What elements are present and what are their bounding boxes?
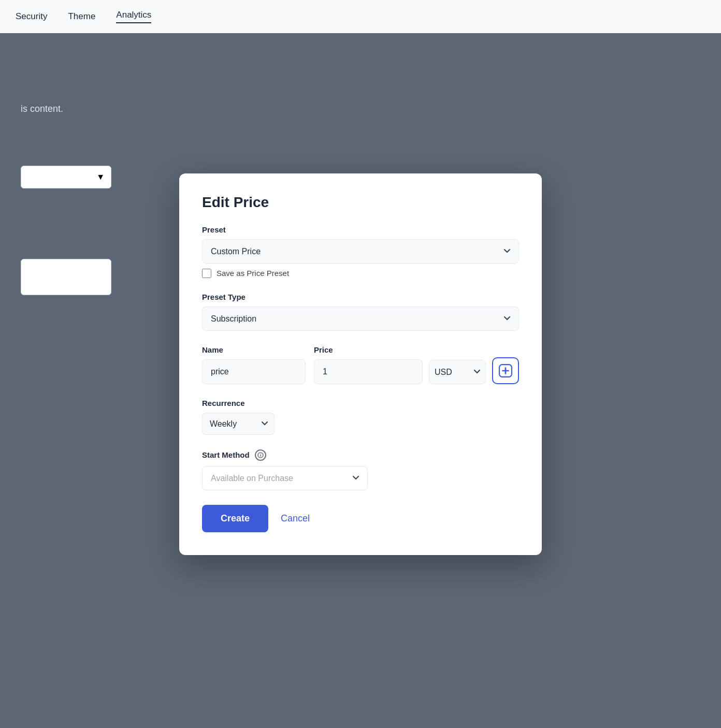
name-input[interactable] [202,359,306,384]
save-as-preset-row: Save as Price Preset [202,269,519,278]
cancel-button[interactable]: Cancel [281,513,310,524]
create-button[interactable]: Create [202,505,268,532]
preset-group: Preset Custom PriceStandard PriceSale Pr… [202,225,519,278]
name-label: Name [202,345,306,354]
currency-select-wrap: currency USDEURGBPCAD [429,346,486,384]
start-method-info-icon[interactable] [255,449,266,461]
save-as-preset-label: Save as Price Preset [217,269,289,278]
edit-price-modal: Edit Price Preset Custom PriceStandard P… [179,173,542,555]
info-svg [257,452,264,458]
name-price-row: Name Price currency USDEURGBPCAD [202,345,519,384]
start-method-label: Start Method [202,450,250,459]
modal-backdrop: Edit Price Preset Custom PriceStandard P… [0,0,721,728]
recurrence-group: Recurrence WeeklyMonthlyYearlyDaily [202,399,519,435]
preset-select[interactable]: Custom PriceStandard PriceSale Price [202,239,519,264]
start-method-label-row: Start Method [202,449,519,461]
preset-type-label: Preset Type [202,293,519,301]
name-group: Name [202,345,306,384]
price-input-wrap: Price [314,345,423,384]
currency-select[interactable]: USDEURGBPCAD [429,360,486,384]
price-input[interactable] [314,359,423,384]
start-method-group: Start Method Available on PurchaseSchedu… [202,449,519,490]
modal-title: Edit Price [202,194,519,211]
preset-label: Preset [202,225,519,234]
recurrence-label: Recurrence [202,399,519,407]
plus-icon [499,364,512,377]
recurrence-select[interactable]: WeeklyMonthlyYearlyDaily [202,413,275,435]
preset-type-select[interactable]: SubscriptionOne-timeFree [202,307,519,331]
preset-type-group: Preset Type SubscriptionOne-timeFree [202,293,519,331]
button-row: Create Cancel [202,505,519,532]
price-group: Price currency USDEURGBPCAD [314,345,519,384]
start-method-select[interactable]: Available on PurchaseScheduledManual [202,466,368,490]
add-price-button[interactable] [492,357,519,384]
save-as-preset-checkbox[interactable] [202,269,211,278]
price-label: Price [314,345,423,354]
svg-point-2 [260,453,261,454]
